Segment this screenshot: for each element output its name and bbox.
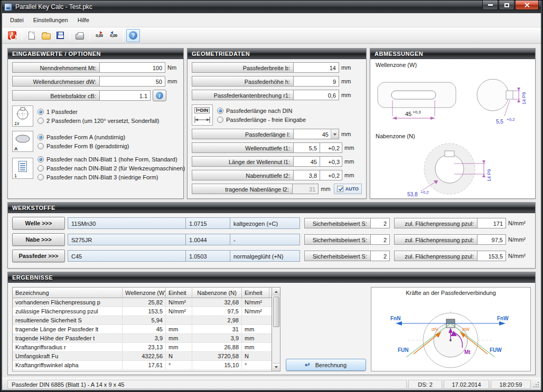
table-cell: N/mm²	[242, 307, 269, 315]
field-label: Betriebsfaktor cB:	[12, 90, 100, 101]
radio-label: Passfeder nach DIN-Blatt 3 (niedrige For…	[46, 174, 158, 180]
scroll-thumb[interactable]	[273, 297, 279, 327]
radio-din-blatt-2[interactable]: Passfeder nach DIN-Blatt 2 (für Werkzeug…	[38, 165, 185, 171]
toolbar-separator	[89, 30, 90, 41]
field-row: Nabennuttiefe t2: 3,8 +0,2 mm	[192, 170, 362, 180]
close-button[interactable]	[515, 1, 539, 10]
radio-icon	[38, 156, 44, 162]
din-sheet-group: 1 Passfeder nach DIN-Blatt 1 (hohe Form,…	[12, 156, 179, 180]
material-row-welle: Welle >>> 11SMn30 1.0715 kaltgezogen (+C…	[12, 217, 531, 230]
decimals-decrease-button[interactable]: 0,00	[107, 29, 120, 42]
wellendurchmesser-input[interactable]: 50	[100, 76, 165, 87]
nabennuttiefe-tolerance-field[interactable]: +0,2	[320, 170, 342, 180]
radio-label: 1 Passfeder	[46, 109, 78, 115]
unit-label: mm	[341, 78, 351, 84]
auto-checkbox[interactable]: AUTO	[334, 184, 362, 194]
decimals-increase-button[interactable]: 0,00	[92, 29, 106, 42]
chevron-down-icon[interactable]	[331, 129, 339, 139]
close-icon	[524, 2, 530, 8]
field-row: Passfederbreite b: 14 mm	[192, 62, 362, 73]
menu-hilfe[interactable]: Hilfe	[73, 15, 94, 25]
radio-label: Passfeder nach DIN-Blatt 1 (hohe Form, S…	[46, 156, 177, 162]
minimize-button[interactable]	[482, 1, 498, 10]
field-label: Passfederbreite b:	[192, 62, 294, 73]
table-cell: °	[242, 361, 269, 369]
document-icon	[18, 161, 27, 172]
safety-factor-input[interactable]: 2	[371, 234, 390, 245]
kantenbrechung-field[interactable]: 0,6	[294, 90, 339, 100]
form-group: A Passfeder Form A (rundstirnig) Passfed…	[12, 131, 179, 152]
safety-factor-input[interactable]: 2	[371, 251, 390, 261]
open-folder-icon	[42, 33, 51, 40]
wellennut-laenge-field[interactable]: 45	[294, 156, 320, 167]
minimize-icon	[488, 4, 493, 6]
menu-bar: Datei Einstellungen Hilfe	[2, 13, 541, 27]
table-cell: zulässige Flächenpressung pzul	[13, 307, 123, 315]
help-button[interactable]: ?	[126, 29, 140, 42]
radio-form-a[interactable]: Passfeder Form A (rundstirnig)	[38, 134, 179, 140]
field-label: Nenndrehmoment Mt:	[12, 62, 100, 73]
checkbox-icon	[337, 186, 343, 192]
table-cell: mm	[166, 325, 192, 333]
passfeder-material-button[interactable]: Passfeder >>>	[12, 250, 65, 262]
table-cell: °	[166, 361, 192, 369]
radio-2-passfedern[interactable]: 2 Passfedern (um 120° versetzt, Sonderfa…	[38, 118, 179, 124]
radio-din-blatt-1[interactable]: Passfeder nach DIN-Blatt 1 (hohe Form, S…	[38, 156, 185, 162]
table-scrollbar[interactable]	[272, 287, 280, 371]
wellennut-laenge-tolerance-field[interactable]: +0,3	[320, 156, 342, 167]
radio-laenge-din[interactable]: Passfederlänge nach DIN	[217, 108, 362, 114]
panel-geometriedaten: GEOMETRIEDATEN Passfederbreite b: 14 mm …	[187, 48, 367, 199]
table-cell: mm	[166, 343, 192, 351]
welle-material-button[interactable]: Welle >>>	[12, 217, 65, 230]
new-document-icon	[29, 32, 35, 40]
open-file-button[interactable]	[39, 29, 53, 42]
table-cell: 26,88	[192, 343, 242, 351]
scroll-up-button[interactable]	[273, 288, 280, 295]
force-fun-label: FUN	[398, 347, 409, 353]
field-label: Wellennuttiefe t1:	[192, 142, 294, 153]
info-icon	[156, 92, 163, 99]
unit-label: mm	[341, 131, 351, 137]
table-cell: mm	[166, 334, 192, 342]
maximize-button[interactable]	[499, 1, 514, 10]
wellennuttiefe-field[interactable]: 5,5	[294, 142, 320, 153]
radio-laenge-frei[interactable]: Passfederlänge - freie Eingabe	[217, 117, 362, 123]
unit-label: mm	[344, 145, 354, 151]
nenndrehmoment-input[interactable]: 100	[100, 62, 165, 73]
nabennuttiefe-field[interactable]: 3,8	[294, 170, 320, 180]
unit-label: mm	[344, 172, 354, 178]
menu-datei[interactable]: Datei	[5, 15, 29, 25]
panel-abmessungen: ABMESSUNGEN Wellenzone (W) Nabenzone (N)…	[370, 48, 536, 199]
unit-label: mm	[341, 64, 351, 71]
table-cell: mm	[242, 334, 269, 342]
column-header: Einheit	[242, 288, 269, 298]
berechnung-button[interactable]: ↵ Berechnung	[286, 359, 366, 371]
din-sheet-icon: 1	[12, 158, 33, 179]
nabe-material-button[interactable]: Nabe >>>	[12, 233, 65, 246]
resize-grip[interactable]	[532, 381, 539, 388]
force-fnw-label: FnW	[497, 315, 509, 321]
wellennuttiefe-tolerance-field[interactable]: +0,2	[320, 142, 342, 153]
scroll-down-button[interactable]	[273, 363, 280, 371]
radio-form-b[interactable]: Passfeder Form B (geradstirnig)	[38, 143, 179, 149]
unit-label: Nm	[167, 64, 176, 71]
info-button[interactable]	[153, 90, 166, 101]
passfederhoehe-field[interactable]: 9	[294, 76, 339, 87]
material-name-field: S275JR	[68, 234, 186, 245]
panel-title: ERGEBNISSE	[8, 272, 535, 283]
passfederlaenge-combobox[interactable]: 45	[294, 129, 339, 139]
exit-button[interactable]	[5, 29, 19, 42]
table-cell: Kraftangriffswinkel alpha	[13, 361, 123, 369]
print-button[interactable]	[73, 29, 87, 42]
radio-1-passfeder[interactable]: 1 Passfeder	[38, 109, 179, 115]
safety-factor-input[interactable]: 2	[371, 218, 390, 228]
pressure-unit-label: N/mm²	[508, 220, 530, 226]
radio-din-blatt-3[interactable]: Passfeder nach DIN-Blatt 3 (niedrige For…	[38, 174, 185, 180]
betriebsfaktor-input[interactable]: 1.1	[100, 90, 151, 101]
table-cell: 17,61	[123, 361, 166, 369]
passfederbreite-field[interactable]: 14	[294, 62, 339, 73]
key-count-icon: 1x	[12, 106, 33, 127]
menu-einstellungen[interactable]: Einstellungen	[29, 15, 73, 25]
save-button[interactable]	[53, 29, 67, 42]
new-file-button[interactable]	[25, 29, 39, 42]
